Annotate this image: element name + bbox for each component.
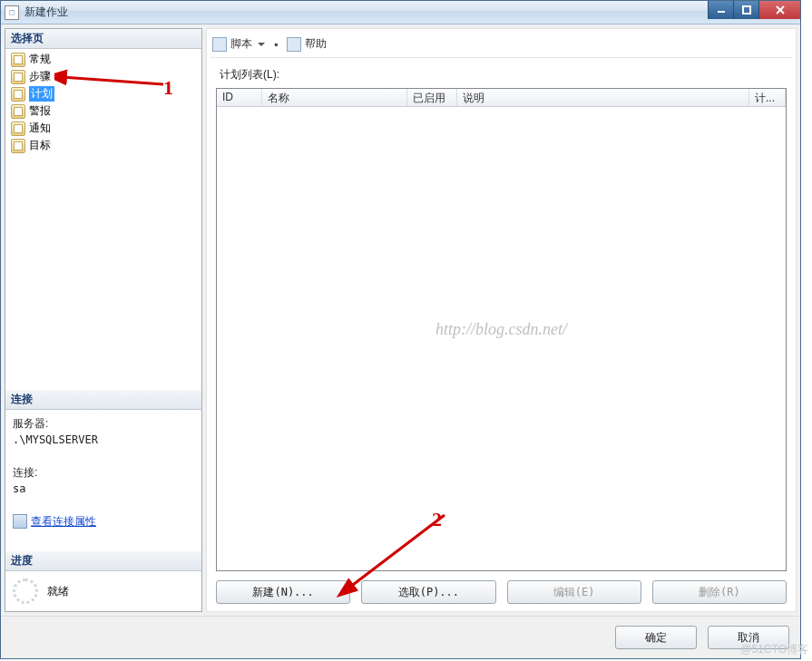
grid-header: ID 名称 已启用 说明 计...: [217, 89, 786, 107]
nav-item-target[interactable]: 目标: [5, 137, 201, 154]
edit-button: 编辑(E): [507, 580, 641, 604]
script-button[interactable]: 脚本: [212, 36, 265, 52]
window-title: 新建作业: [24, 5, 68, 20]
nav-item-notify[interactable]: 通知: [5, 120, 201, 137]
nav-item-alerts[interactable]: 警报: [5, 102, 201, 120]
conn-value: sa: [13, 481, 194, 497]
pick-button[interactable]: 选取(P)...: [361, 580, 495, 604]
col-enabled[interactable]: 已启用: [407, 89, 457, 106]
script-icon: [212, 37, 227, 52]
dialog-footer: 确定 取消: [1, 616, 800, 658]
annotation-number-2: 2: [432, 508, 442, 531]
server-icon: [13, 514, 27, 529]
watermark-text: http://blog.csdn.net/: [435, 320, 567, 339]
view-connection-properties-link[interactable]: 查看连接属性: [13, 513, 96, 530]
spinner-icon: [13, 578, 38, 604]
schedule-grid[interactable]: ID 名称 已启用 说明 计... http://blog.csdn.net/: [216, 88, 787, 571]
minimize-button[interactable]: [708, 1, 733, 19]
delete-button: 删除(R): [652, 580, 787, 604]
server-label: 服务器:: [13, 415, 194, 432]
help-button[interactable]: 帮助: [287, 36, 327, 52]
col-name[interactable]: 名称: [262, 89, 407, 106]
server-value: .\MYSQLSERVER: [13, 432, 194, 448]
progress-status: 就绪: [47, 584, 69, 599]
toolbar: 脚本 ▪ 帮助: [210, 33, 792, 58]
annotation-number-1: 1: [163, 76, 173, 100]
nav-item-general[interactable]: 常规: [5, 51, 201, 68]
help-icon: [287, 37, 301, 52]
page-icon: [11, 53, 25, 67]
page-icon: [11, 87, 25, 102]
nav-list: 常规 步骤 计划 警报 通知 目标: [5, 49, 201, 156]
col-desc[interactable]: 说明: [457, 89, 749, 106]
page-icon: [11, 139, 25, 153]
section-select-header: 选择页: [5, 29, 201, 49]
new-button[interactable]: 新建(N)...: [216, 580, 350, 604]
list-label: 计划列表(L):: [210, 58, 792, 88]
ok-button[interactable]: 确定: [615, 626, 697, 649]
right-pane: 脚本 ▪ 帮助 计划列表(L): ID 名称 已启用 说明 计...: [206, 28, 797, 612]
section-conn-header: 连接: [5, 390, 201, 410]
window-buttons: [708, 1, 800, 19]
titlebar[interactable]: □ 新建作业: [1, 1, 800, 24]
dialog-window: □ 新建作业 选择页 常规 步骤 计划 警报 通知 目标 连接 服务器: .\M…: [0, 0, 801, 659]
connection-block: 服务器: .\MYSQLSERVER 连接: sa 查看连接属性: [5, 410, 201, 539]
col-id[interactable]: ID: [217, 89, 262, 106]
dropdown-icon: [258, 43, 265, 46]
page-icon: [11, 70, 25, 84]
conn-label: 连接:: [13, 464, 194, 481]
progress-block: 就绪: [5, 571, 201, 611]
left-pane: 选择页 常规 步骤 计划 警报 通知 目标 连接 服务器: .\MYSQLSER…: [5, 28, 202, 612]
button-row: 新建(N)... 选取(P)... 编辑(E) 删除(R): [210, 571, 792, 608]
body-area: 选择页 常规 步骤 计划 警报 通知 目标 连接 服务器: .\MYSQLSER…: [1, 24, 800, 616]
app-icon: □: [5, 5, 19, 20]
grid-body[interactable]: http://blog.csdn.net/: [217, 107, 786, 570]
section-progress-header: 进度: [5, 551, 201, 571]
col-plan[interactable]: 计...: [749, 89, 786, 106]
svg-rect-1: [743, 6, 750, 14]
corner-credit: @51CTO博客: [740, 642, 808, 657]
maximize-button[interactable]: [733, 1, 758, 19]
page-icon: [11, 104, 25, 119]
page-icon: [11, 122, 25, 136]
close-button[interactable]: [758, 1, 800, 19]
